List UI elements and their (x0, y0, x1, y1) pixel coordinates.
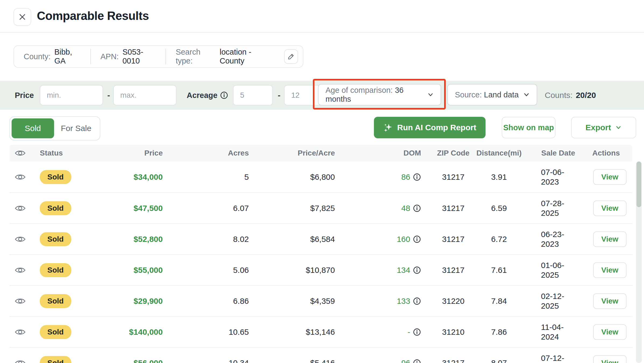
acres-cell: 8.02 (163, 235, 249, 244)
zip-cell: 31217 (421, 266, 472, 275)
dom-cell: 96 (335, 358, 421, 363)
export-button[interactable]: Export (571, 117, 636, 138)
view-button[interactable]: View (593, 293, 627, 309)
apn-value: S053-0010 (122, 48, 156, 65)
chevron-down-icon (615, 124, 622, 131)
acres-cell: 10.65 (163, 327, 249, 337)
dom-cell: 134 (335, 266, 421, 275)
counts-label: Counts: (545, 91, 572, 100)
row-visibility-toggle[interactable] (9, 204, 31, 212)
view-button[interactable]: View (593, 262, 627, 278)
price-range-dash: - (107, 91, 110, 100)
distance-cell: 7.61 (472, 266, 526, 275)
run-ai-comp-report-button[interactable]: Run AI Comp Report (374, 117, 486, 138)
col-header-status[interactable]: Status (31, 149, 98, 157)
col-header-zip[interactable]: ZIP Code (421, 149, 472, 157)
price-per-acre-cell: $10,870 (249, 266, 335, 275)
export-label: Export (585, 123, 611, 132)
dom-cell: - (335, 327, 421, 337)
pencil-icon (288, 53, 295, 60)
age-of-comparison-label: Age of comparison: (325, 86, 393, 94)
table-row: Sold $29,900 6.86 $4,359 133 31220 7.84 … (9, 285, 632, 316)
sale-date-cell: 01-06-2025 (526, 260, 580, 280)
sale-date-cell: 07-06-2023 (526, 167, 580, 187)
info-icon[interactable] (413, 328, 421, 336)
acreage-info-icon[interactable] (220, 91, 228, 99)
acres-cell: 6.07 (163, 204, 249, 213)
info-icon[interactable] (413, 266, 421, 274)
view-button[interactable]: View (593, 200, 627, 216)
eye-icon (15, 328, 26, 336)
show-on-map-button[interactable]: Show on map (502, 117, 555, 138)
eye-icon (15, 173, 26, 181)
row-visibility-toggle[interactable] (9, 235, 31, 243)
col-header-price-per-acre[interactable]: Price/Acre (249, 149, 335, 157)
table-row: Sold $47,500 6.07 $7,825 48 31217 6.59 0… (9, 192, 632, 223)
row-visibility-toggle[interactable] (9, 328, 31, 336)
col-header-price[interactable]: Price (98, 149, 163, 157)
info-icon[interactable] (413, 359, 421, 363)
toggle-all-visibility[interactable] (9, 149, 31, 157)
eye-icon (15, 297, 26, 305)
acres-cell: 5.06 (163, 266, 249, 275)
modal-header: Comparable Results (0, 0, 644, 33)
edit-search-button[interactable] (284, 49, 298, 64)
dom-value: 86 (401, 172, 410, 182)
table-row: Sold $140,000 10.65 $13,146 - 31210 7.86… (9, 316, 632, 347)
view-button[interactable]: View (593, 169, 627, 185)
sale-date-cell: 06-23-2023 (526, 230, 580, 249)
source-dropdown[interactable]: Source: Land data (447, 84, 537, 105)
info-icon[interactable] (413, 173, 421, 181)
col-header-sale-date[interactable]: Sale Date (526, 149, 580, 157)
acres-cell: 10.34 (163, 358, 249, 363)
sold-forsale-toggle: Sold For Sale (9, 116, 100, 140)
scrollbar-track[interactable] (636, 161, 642, 363)
price-max-input[interactable] (113, 85, 176, 105)
sale-date-cell: 02-12-2025 (526, 291, 580, 311)
apn-info: APN: S053-0010 (91, 48, 166, 65)
scrollbar-thumb[interactable] (636, 161, 641, 207)
info-icon[interactable] (413, 204, 421, 212)
distance-cell: 7.84 (472, 297, 526, 306)
comparable-results-modal: Comparable Results County: Bibb, GA APN:… (0, 0, 644, 363)
counts-indicator: Counts: 20/20 (545, 81, 596, 110)
price-filter-label: Price (15, 91, 34, 100)
col-header-acres[interactable]: Acres (163, 149, 249, 157)
dom-value: 160 (397, 235, 410, 244)
row-visibility-toggle[interactable] (9, 266, 31, 274)
eye-icon (15, 266, 26, 274)
close-icon (18, 13, 26, 21)
col-header-distance[interactable]: Distance(mi) (472, 149, 526, 157)
row-visibility-toggle[interactable] (9, 359, 31, 363)
view-button[interactable]: View (593, 231, 627, 247)
show-on-map-label: Show on map (503, 123, 554, 132)
price-cell: $47,500 (98, 204, 163, 213)
info-icon[interactable] (413, 235, 421, 243)
view-button[interactable]: View (593, 355, 627, 363)
table-header-row: Status Price Acres Price/Acre DOM ZIP Co… (9, 145, 632, 161)
dom-value: 48 (401, 204, 410, 213)
search-type-label: Search type: (176, 48, 216, 65)
tab-for-sale[interactable]: For Sale (54, 124, 98, 133)
age-of-comparison-dropdown[interactable]: Age of comparison: 36 months (318, 84, 441, 105)
price-cell: $29,900 (98, 297, 163, 306)
close-button[interactable] (13, 8, 31, 26)
dom-value: 133 (397, 297, 410, 306)
row-visibility-toggle[interactable] (9, 173, 31, 181)
dom-value: - (408, 327, 410, 337)
county-value: Bibb, GA (54, 48, 81, 65)
search-type-value: location - County (220, 48, 274, 65)
price-cell: $52,800 (98, 235, 163, 244)
row-visibility-toggle[interactable] (9, 297, 31, 305)
info-icon[interactable] (413, 297, 421, 305)
price-per-acre-cell: $4,359 (249, 297, 335, 306)
results-toolbar: Sold For Sale Run AI Comp Report Show on… (0, 116, 644, 140)
view-button[interactable]: View (593, 324, 627, 340)
status-badge: Sold (40, 325, 71, 339)
table-row: Sold $34,000 5 $6,800 86 31217 3.91 07-0… (9, 161, 632, 192)
col-header-dom[interactable]: DOM (335, 149, 421, 157)
tab-sold[interactable]: Sold (12, 118, 54, 138)
price-min-input[interactable] (40, 85, 103, 105)
zip-cell: 31220 (421, 297, 472, 306)
acreage-min-input[interactable] (233, 85, 273, 105)
